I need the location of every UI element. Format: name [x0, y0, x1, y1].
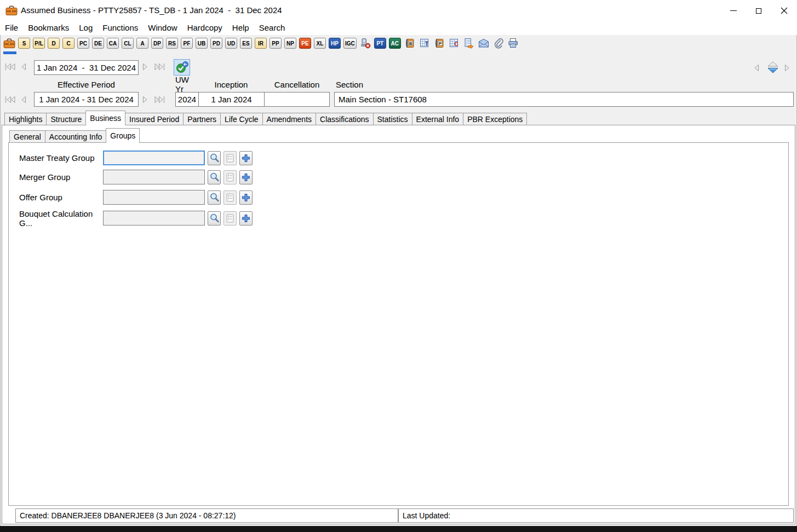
nav2-first-icon[interactable] [4, 95, 16, 104]
nav2-next-icon[interactable] [142, 95, 149, 104]
subtab-groups[interactable]: Groups [106, 128, 140, 143]
search-icon [209, 213, 220, 223]
menu-item-help[interactable]: Help [227, 21, 254, 35]
tab-classifications[interactable]: Classifications [316, 113, 373, 125]
tab-external-info[interactable]: External Info [412, 113, 464, 125]
collapse-expand-icon[interactable] [766, 60, 780, 74]
tab-pbr-exceptions[interactable]: PBR Exceptions [463, 113, 527, 125]
title-bar: Assumed Business - PTTY25857 - TS_DB - 1… [0, 0, 797, 21]
print-icon[interactable] [507, 37, 519, 49]
offer-group-input[interactable] [103, 190, 205, 205]
menu-item-hardcopy[interactable]: Hardcopy [182, 21, 227, 35]
toolbar-button-ca[interactable]: CA [107, 38, 119, 49]
svg-text:P: P [439, 41, 441, 46]
toolbar-button-de[interactable]: DE [92, 38, 104, 49]
search-button[interactable] [208, 151, 221, 165]
toolbar-button-xl[interactable]: XL [314, 38, 326, 49]
period-range-box[interactable]: 1 Jan 2024 - 31 Dec 2024 [34, 60, 139, 75]
nav-first-icon[interactable] [4, 62, 16, 71]
inception-box[interactable]: 1 Jan 2024 [198, 92, 265, 107]
tab-amendments[interactable]: Amendments [262, 113, 316, 125]
toolbar-button-es[interactable]: ES [240, 38, 252, 49]
search-button[interactable] [208, 190, 221, 205]
toolbar-button-pt[interactable]: PT [374, 38, 386, 49]
toolbar-button-rs[interactable]: RS [166, 38, 178, 49]
toolbar-button-ir[interactable]: IR [255, 38, 267, 49]
section-box[interactable]: Main Section - ST17608 [334, 92, 794, 107]
paperclip-icon[interactable] [492, 37, 504, 49]
briefcase-icon [5, 5, 18, 16]
toolbar-button-ud[interactable]: UD [225, 38, 237, 49]
toolbar-button-hp[interactable]: HP [329, 38, 341, 49]
record-prev-icon[interactable] [753, 63, 760, 72]
merger-group-input[interactable] [103, 170, 205, 184]
add-button[interactable] [239, 151, 253, 165]
master-treaty-group-input[interactable] [103, 151, 205, 165]
toolbar-button-np[interactable]: NP [284, 38, 296, 49]
search-button[interactable] [208, 211, 221, 225]
nav2-last-icon[interactable] [154, 95, 165, 104]
tab-partners[interactable]: Partners [183, 113, 221, 125]
tab-statistics[interactable]: Statistics [373, 113, 412, 125]
book-p-icon[interactable]: P [433, 37, 445, 49]
add-button[interactable] [239, 170, 253, 184]
toolbar-button-a[interactable]: A [136, 38, 148, 49]
mail-icon[interactable] [478, 37, 490, 49]
toolbar-button-s[interactable]: S [18, 38, 30, 49]
confirm-period-button[interactable] [174, 59, 190, 76]
toolbar: SP/LDCPCDECACLADPRSPFUBPDUDESIRPPNPPEXLH… [3, 36, 519, 50]
toolbar-button-ac[interactable]: AC [389, 38, 401, 49]
toolbar-button-c[interactable]: C [62, 38, 74, 49]
table-c-icon[interactable]: C [448, 37, 460, 49]
nav-next-icon[interactable] [142, 62, 149, 71]
toolbar-selected-indicator [3, 51, 16, 54]
menu-item-bookmarks[interactable]: Bookmarks [23, 21, 74, 35]
nav-prev-icon[interactable] [20, 62, 27, 71]
toolbar-button-dp[interactable]: DP [151, 38, 163, 49]
tab-insured-period[interactable]: Insured Period [125, 113, 184, 125]
toolbar-button-ub[interactable]: UB [196, 38, 208, 49]
nav2-prev-icon[interactable] [20, 95, 27, 104]
menu-item-log[interactable]: Log [74, 21, 98, 35]
record-next-icon[interactable] [784, 63, 791, 72]
maximize-button[interactable] [746, 1, 771, 21]
uw-yr-box[interactable]: 2024 [175, 92, 199, 107]
toolbar-button-pe[interactable]: PE [299, 38, 311, 49]
menu-item-file[interactable]: File [0, 21, 23, 35]
tab-structure[interactable]: Structure [46, 113, 86, 125]
toolbar-button-pc[interactable]: PC [77, 38, 89, 49]
briefcase-icon[interactable] [3, 37, 15, 49]
status-created: Created: DBANERJEE8 DBANERJEE8 (3 Jun 20… [15, 508, 398, 523]
table-t-icon[interactable]: T [418, 37, 431, 49]
minimize-button[interactable] [721, 1, 746, 21]
tab-highlights[interactable]: Highlights [4, 113, 47, 125]
tab-life-cycle[interactable]: Life Cycle [220, 113, 262, 125]
toolbar-button-pp[interactable]: PP [270, 38, 282, 49]
bouquet-calculation-g-input[interactable] [103, 211, 205, 225]
subtab-accounting-info[interactable]: Accounting Info [45, 130, 107, 142]
close-button[interactable] [771, 1, 796, 21]
device-disconnect-icon[interactable] [359, 37, 371, 49]
minimize-icon [730, 10, 737, 11]
export-list-icon[interactable] [463, 37, 475, 49]
menu-item-search[interactable]: Search [254, 21, 290, 35]
cancellation-box[interactable] [264, 92, 330, 107]
add-button[interactable] [239, 211, 253, 225]
toolbar-button-pd[interactable]: PD [210, 38, 222, 49]
tab-business[interactable]: Business [85, 111, 125, 125]
app-window: Assumed Business - PTTY25857 - TS_DB - 1… [0, 0, 797, 532]
add-button[interactable] [239, 190, 253, 205]
menu-item-window[interactable]: Window [143, 21, 182, 35]
book-b-icon[interactable]: B [404, 37, 416, 49]
subtab-general[interactable]: General [9, 130, 45, 142]
toolbar-button-d[interactable]: D [48, 38, 60, 49]
search-button[interactable] [208, 170, 221, 184]
toolbar-button-igc[interactable]: IGC [343, 38, 357, 49]
effective-period-box[interactable]: 1 Jan 2024 - 31 Dec 2024 [34, 92, 139, 107]
menu-item-functions[interactable]: Functions [98, 21, 143, 35]
nav-last-icon[interactable] [154, 62, 165, 71]
toolbar-button-cl[interactable]: CL [122, 38, 134, 49]
toolbar-button-p-l[interactable]: P/L [33, 38, 45, 49]
inception-label: Inception [198, 79, 264, 90]
toolbar-button-pf[interactable]: PF [181, 38, 193, 49]
